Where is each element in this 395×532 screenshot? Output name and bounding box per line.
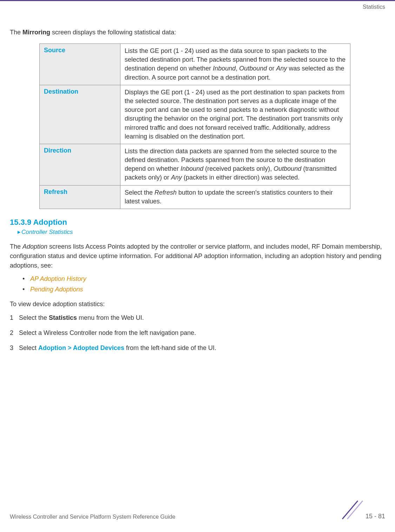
intro-suffix: screen displays the following statistica… (50, 29, 176, 36)
step-2: 2 Select a Wireless Controller node from… (10, 328, 385, 338)
footer: Wireless Controller and Service Platform… (0, 513, 395, 520)
intro-paragraph: The Mirroring screen displays the follow… (10, 28, 385, 37)
table-row: Destination Displays the GE port (1 - 24… (40, 85, 350, 144)
direction-label: Direction (40, 144, 120, 185)
direction-description: Lists the direction data packets are spa… (120, 144, 350, 185)
intro-prefix: The (10, 29, 22, 36)
table-row: Refresh Select the Refresh button to upd… (40, 185, 350, 209)
pending-adoptions-link[interactable]: Pending Adoptions (30, 286, 83, 293)
ap-adoption-history-link[interactable]: AP Adoption History (30, 275, 86, 282)
list-item: Pending Adoptions (22, 284, 385, 295)
intro-bold: Mirroring (22, 29, 50, 36)
adoption-view-paragraph: To view device adoption statistics: (10, 299, 385, 309)
header-section-label: Statistics (363, 4, 385, 10)
adoption-intro-paragraph: The Adoption screens lists Access Points… (10, 242, 385, 270)
step-3: 3 Select Adoption > Adopted Devices from… (10, 343, 385, 353)
source-description: Lists the GE port (1 - 24) used as the d… (120, 44, 350, 85)
breadcrumb[interactable]: ▸Controller Statistics (18, 228, 385, 236)
table-row: Direction Lists the direction data packe… (40, 144, 350, 185)
arrow-icon: ▸ (18, 229, 21, 235)
breadcrumb-text: Controller Statistics (21, 229, 73, 235)
link-list: AP Adoption History Pending Adoptions (22, 274, 385, 295)
page-number: 15 - 81 (366, 513, 385, 520)
refresh-description: Select the Refresh button to update the … (120, 185, 350, 209)
step-1: 1 Select the Statistics menu from the We… (10, 312, 385, 323)
step-list: 1 Select the Statistics menu from the We… (10, 312, 385, 353)
refresh-label: Refresh (40, 185, 120, 209)
list-item: AP Adoption History (22, 274, 385, 284)
destination-description: Displays the GE port (1 - 24) used as th… (120, 85, 350, 144)
source-label: Source (40, 44, 120, 85)
table-row: Source Lists the GE port (1 - 24) used a… (40, 44, 350, 85)
slash-icon (340, 499, 366, 522)
adoption-heading: 15.3.9 Adoption (10, 218, 385, 227)
footer-title: Wireless Controller and Service Platform… (10, 514, 175, 520)
destination-label: Destination (40, 85, 120, 144)
mirroring-table: Source Lists the GE port (1 - 24) used a… (39, 43, 350, 209)
